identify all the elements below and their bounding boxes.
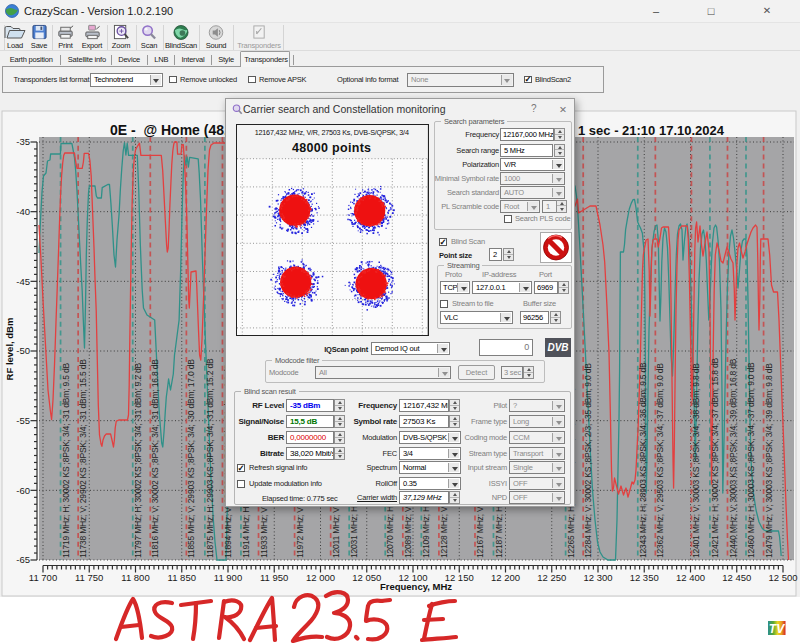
svg-text:12401 MHz; V; 30003 KS ;8PSK;: 12401 MHz; V; 30003 KS ;8PSK; 3/4; -38 d… xyxy=(691,363,701,558)
svg-text:-50: -50 xyxy=(16,345,30,356)
svg-text:12479 MHz; V; 30003 KS ;8PSK;: 12479 MHz; V; 30003 KS ;8PSK; 3/4; -39 d… xyxy=(764,363,774,558)
svg-text:Frequency, MHz: Frequency, MHz xyxy=(380,581,452,592)
svg-text:11875 MHz; H; 29903 KS ;8PSK;: 11875 MHz; H; 29903 KS ;8PSK; 3/4; -31 d… xyxy=(205,358,215,558)
svg-text:12421 MHz; H; 30002 KS ;8PSK;: 12421 MHz; H; 30002 KS ;8PSK; 3/4; -37 d… xyxy=(710,357,720,558)
svg-text:1 sec - 21:10 17.10.2024: 1 sec - 21:10 17.10.2024 xyxy=(578,123,725,138)
svg-text:12460 MHz; H; 30003 KS ;8PSK;: 12460 MHz; H; 30003 KS ;8PSK; 3/4; -37 d… xyxy=(746,362,756,558)
svg-text:-55: -55 xyxy=(16,415,30,426)
svg-text:-35: -35 xyxy=(16,136,30,147)
svg-text:-65: -65 xyxy=(16,554,30,565)
svg-text:RF level, dBm: RF level, dBm xyxy=(4,318,15,381)
svg-text:12167,432 MHz, V/R, 27503 Ks,: 12167,432 MHz, V/R, 27503 Ks, DVB-S/QPSK… xyxy=(254,128,408,137)
svg-text:12 300: 12 300 xyxy=(583,572,612,583)
svg-text:12440 MHz; V; 30003 KS ;8PSK;: 12440 MHz; V; 30003 KS ;8PSK; 3/4; -39 d… xyxy=(728,358,738,558)
svg-text:12 200: 12 200 xyxy=(491,572,520,583)
svg-text:12284 MHz; V; 30002 KS ;8PSK;: 12284 MHz; V; 30002 KS ;8PSK; 2/3; -35 d… xyxy=(583,363,593,558)
svg-text:11 700: 11 700 xyxy=(29,572,57,583)
svg-text:12 500: 12 500 xyxy=(768,572,797,583)
svg-text:12 350: 12 350 xyxy=(630,572,659,583)
svg-text:-60: -60 xyxy=(16,485,30,496)
svg-text:11 950: 11 950 xyxy=(260,572,288,583)
svg-text:11 800: 11 800 xyxy=(121,572,149,583)
svg-text:-40: -40 xyxy=(16,206,30,217)
svg-text:11855 MHz; V; 29903 KS ;8PSK;: 11855 MHz; V; 29903 KS ;8PSK; 3/4; -30 d… xyxy=(186,359,196,558)
svg-text:-45: -45 xyxy=(16,276,30,287)
svg-text:11 750: 11 750 xyxy=(75,572,103,583)
svg-text:12 450: 12 450 xyxy=(722,572,751,583)
svg-text:11 850: 11 850 xyxy=(168,572,196,583)
svg-text:12362 MHz; V; 29503 KS ;8PSK;: 12362 MHz; V; 29503 KS ;8PSK; 3/4; -37 d… xyxy=(655,363,665,558)
svg-text:12 050: 12 050 xyxy=(352,572,381,583)
svg-text:12343 MHz; H; 28903 KS ;8PSK;: 12343 MHz; H; 28903 KS ;8PSK; 3/4; -36 d… xyxy=(638,362,648,558)
svg-text:11738 MHz; V; 29902 KS ;8PSK;: 11738 MHz; V; 29902 KS ;8PSK; 3/4; -31 d… xyxy=(78,359,88,558)
svg-text:12 400: 12 400 xyxy=(676,572,705,583)
svg-text:11797 MHz; H; 30002 KS ;8PSK;: 11797 MHz; H; 30002 KS ;8PSK; 3/4; -31 d… xyxy=(133,363,143,558)
svg-text:11 900: 11 900 xyxy=(214,572,242,583)
svg-text:12 000: 12 000 xyxy=(306,572,335,583)
svg-text:12 250: 12 250 xyxy=(537,572,566,583)
svg-text:11719 MHz; H; 30002 KS ;8PSK;: 11719 MHz; H; 30002 KS ;8PSK; 3/4; -31 d… xyxy=(61,363,71,558)
svg-text:48000 points: 48000 points xyxy=(292,140,371,154)
svg-text:11816 MHz; V; 30002 KS ;8PSK;: 11816 MHz; V; 30002 KS ;8PSK; 3/4; -31 d… xyxy=(150,359,160,558)
